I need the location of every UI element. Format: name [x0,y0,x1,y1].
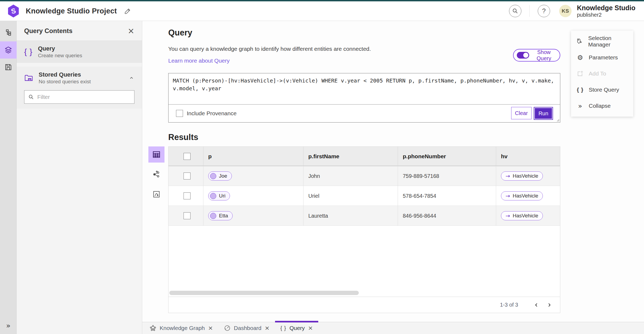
row-checkbox[interactable] [184,212,191,219]
stored-queries-section: Stored Queries No stored queries exist [17,67,142,109]
query-text-input[interactable]: MATCH (p:Person)-[hv:HasVehicle]->(v:Veh… [169,73,560,105]
person-node-pill[interactable]: Uri [208,191,230,200]
node-circle-icon [210,213,216,219]
table-row: Uri Uriel 578-654-7854 → HasVehicle [169,186,560,206]
panel-title: Query Contents [24,27,72,35]
clear-button[interactable]: Clear [511,107,532,119]
results-table: p p.firstName p.phoneNumber hv Joe John … [168,146,560,313]
store-query-braces-icon: { } [576,87,584,93]
results-section-title: Results [168,132,198,142]
avatar[interactable]: KS [559,5,572,17]
cell-firstname: Uriel [303,186,398,206]
header-divider [529,5,530,17]
learn-more-link[interactable]: Learn more about Query [168,58,230,64]
stored-queries-title: Stored Queries [39,71,91,78]
row-checkbox[interactable] [184,192,191,199]
rail-item-hierarchy[interactable] [0,24,17,41]
tab-close-icon[interactable]: × [208,325,213,331]
edge-label: HasVehicle [513,173,538,179]
scrollbar-thumb[interactable] [169,291,359,295]
tab-close-icon[interactable]: × [308,325,313,331]
action-store-query[interactable]: { } Store Query [571,82,633,98]
row-checkbox[interactable] [184,173,191,179]
column-header-p[interactable]: p [203,147,303,166]
action-parameters[interactable]: ⚙ Parameters [571,49,633,66]
table-pagination: 1-3 of 3 [169,297,560,313]
stored-queries-subtitle: No stored queries exist [39,78,91,85]
table-row: Joe John 759-889-57168 → HasVehicle [169,166,560,186]
panel-close-button[interactable]: × [128,27,134,35]
search-button[interactable] [509,5,521,17]
rail-expand-button[interactable]: » [0,319,17,331]
cell-phonenumber: 578-654-7854 [398,186,496,206]
run-button[interactable]: Run [534,107,553,120]
person-node-label: Etta [219,213,228,219]
tab-dashboard[interactable]: Dashboard × [218,322,275,334]
cell-phonenumber: 759-889-57168 [398,166,496,186]
cell-firstname: Lauretta [303,206,398,226]
action-collapse[interactable]: » Collapse [571,98,633,114]
tab-close-icon[interactable]: × [265,325,269,331]
add-to-icon [576,70,584,77]
search-icon [512,8,518,14]
table-view-button[interactable] [148,146,164,163]
knowledge-graph-icon [149,325,156,332]
main-content: Query You can query a knowledge graph to… [142,21,644,322]
resize-grip-icon[interactable] [556,118,559,122]
dashboard-icon [224,325,231,332]
filter-input[interactable] [37,94,130,100]
rail-item-layers[interactable] [0,41,17,59]
column-header-hv[interactable]: hv [496,147,560,166]
chevron-up-icon[interactable] [129,75,134,81]
stored-queries-filter [24,90,134,104]
header-right: ? KS Knowledge Studio publisher2 [509,4,637,18]
edit-title-icon[interactable] [124,8,131,15]
select-all-checkbox[interactable] [184,153,191,160]
pagination-range-label: 1-3 of 3 [500,302,518,308]
show-query-toggle[interactable]: Show Query [513,49,560,62]
horizontal-scrollbar[interactable] [169,291,559,295]
user-meta: Knowledge Studio publisher2 [577,4,637,18]
include-provenance-checkbox[interactable] [176,110,183,117]
graph-view-button[interactable] [148,166,164,182]
action-selection-manager[interactable]: Selection Manager [571,33,633,49]
panel-header: Query Contents × [17,21,142,41]
braces-icon: { } [24,47,32,56]
query-editor-footer: Include Provenance Clear Run [169,105,560,122]
column-header-phonenumber[interactable]: p.phoneNumber [398,147,496,166]
app-logo[interactable]: S [7,4,20,18]
panel-item-stored-queries[interactable]: Stored Queries No stored queries exist [17,67,142,89]
panel-item-query[interactable]: { } Query Create new queries [17,41,142,63]
query-actions-panel: Selection Manager ⚙ Parameters Add To { … [571,31,633,117]
person-node-pill[interactable]: Joe [208,171,232,181]
previous-page-button[interactable] [530,299,543,311]
tab-knowledge-graph[interactable]: Knowledge Graph × [144,322,218,334]
cell-phonenumber: 846-956-8644 [398,206,496,226]
edge-pill[interactable]: → HasVehicle [501,211,543,220]
arrow-right-icon: → [506,213,510,219]
graph-view-icon [152,170,160,178]
next-page-button[interactable] [543,299,556,311]
filter-search-icon [28,94,34,100]
person-node-pill[interactable]: Etta [208,211,233,220]
query-editor: MATCH (p:Person)-[hv:HasVehicle]->(v:Veh… [168,73,560,123]
node-circle-icon [210,193,216,199]
edge-pill[interactable]: → HasVehicle [501,191,543,200]
edge-label: HasVehicle [513,193,538,199]
chevron-right-icon [546,302,552,308]
arrow-right-icon: → [506,193,510,199]
user-name: Knowledge Studio [577,4,635,12]
person-node-label: Uri [219,193,225,199]
column-header-firstname[interactable]: p.firstName [303,147,398,166]
rail-item-save[interactable] [0,59,17,76]
query-description: You can query a knowledge graph to ident… [168,46,371,52]
tab-query[interactable]: { } Query × [275,322,319,334]
action-add-to: Add To [571,66,633,82]
user-role: publisher2 [577,12,635,18]
chart-view-button[interactable] [148,186,164,202]
help-button[interactable]: ? [538,5,550,17]
parameters-gear-icon: ⚙ [576,54,584,61]
query-braces-icon: { } [280,325,286,331]
app-header: S Knowledge Studio Project ? KS Knowledg… [0,1,644,21]
edge-pill[interactable]: → HasVehicle [501,171,543,181]
